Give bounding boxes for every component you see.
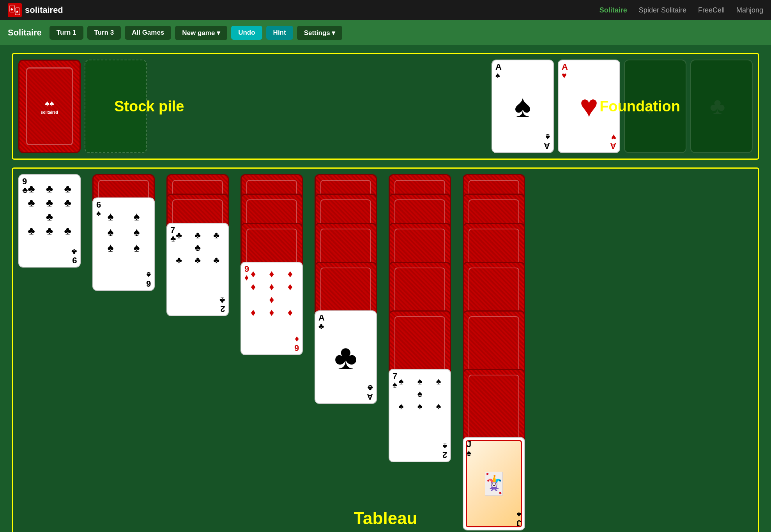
stock-card[interactable]: ♠♠ solitaired <box>18 60 81 153</box>
svg-text:♠: ♠ <box>16 9 19 14</box>
seven-spades-card[interactable]: 7 ♠ ♠♠♠ ♠♠♠ ♠♠♠ 2 ♠ <box>389 369 451 462</box>
tableau: 9 ♣ ♣♣♣ ♣♣♣ ♣♣♣ ♣♣♣ 9 ♣ <box>12 167 759 532</box>
logo-icon: ♠ ♠ <box>8 3 22 17</box>
top-nav: ♠ ♠ solitaired Solitaire Spider Solitair… <box>0 0 771 20</box>
hint-button[interactable]: Hint <box>266 26 293 40</box>
toolbar: Solitaire Turn 1 Turn 3 All Games New ga… <box>0 20 771 45</box>
nine-diamonds-card[interactable]: 9 ♦ ♦♦♦ ♦♦♦ ♦♦♦ ♦♦♦ 6 ♦ <box>240 262 303 355</box>
tableau-col-1: 9 ♣ ♣♣♣ ♣♣♣ ♣♣♣ ♣♣♣ 9 ♣ <box>18 174 85 530</box>
card-rank-tl: A ♠ <box>495 63 502 80</box>
settings-button[interactable]: Settings <box>297 26 343 40</box>
stock-label: Stock pile <box>114 98 184 115</box>
foundation-label: Foundation <box>599 98 680 115</box>
undo-button[interactable]: Undo <box>231 26 262 40</box>
nav-mahjong[interactable]: Mahjong <box>736 6 763 14</box>
svg-text:♠: ♠ <box>11 6 13 12</box>
tableau-col-3: 7 ♣ ♣♣♣ ♣♣♣ ♣♣♣ 2 ♣ <box>166 174 233 530</box>
nav-spider[interactable]: Spider Solitaire <box>639 6 686 14</box>
col5-stack: A ♣ ♣ A ♣ <box>315 174 381 404</box>
toolbar-title: Solitaire <box>8 28 42 38</box>
jack-face: 🃏 <box>466 440 522 527</box>
tableau-col-4: 9 ♦ ♦♦♦ ♦♦♦ ♦♦♦ ♦♦♦ 6 ♦ <box>240 174 307 530</box>
tableau-col-7: J ♠ 🃏 J ♠ <box>463 174 529 530</box>
tableau-label: Tableau <box>354 509 417 528</box>
col3-stack: 7 ♣ ♣♣♣ ♣♣♣ ♣♣♣ 2 ♣ <box>166 174 233 316</box>
nav-freecell[interactable]: FreeCell <box>698 6 725 14</box>
card-rank-tl: A ♥ <box>562 63 568 80</box>
seven-clubs-card[interactable]: 7 ♣ ♣♣♣ ♣♣♣ ♣♣♣ 2 ♣ <box>166 223 229 316</box>
turn3-button[interactable]: Turn 3 <box>87 26 121 40</box>
card-back-design: ♠♠ solitaired <box>26 67 73 145</box>
tableau-col-5: A ♣ ♣ A ♣ <box>315 174 381 530</box>
col7-stack: J ♠ 🃏 J ♠ <box>463 174 529 530</box>
svg-text:♣: ♣ <box>710 93 725 119</box>
nine-clubs-card[interactable]: 9 ♣ ♣♣♣ ♣♣♣ ♣♣♣ ♣♣♣ 9 ♣ <box>18 174 81 268</box>
col6-stack: 7 ♠ ♠♠♠ ♠♠♠ ♠♠♠ 2 ♠ <box>389 174 455 462</box>
col4-stack: 9 ♦ ♦♦♦ ♦♦♦ ♦♦♦ ♦♦♦ 6 ♦ <box>240 174 307 355</box>
logo[interactable]: ♠ ♠ solitaired <box>8 3 63 17</box>
card-rank-br: A ♥ <box>610 133 616 150</box>
nav-solitaire[interactable]: Solitaire <box>599 6 627 14</box>
allgames-button[interactable]: All Games <box>125 26 171 40</box>
newgame-button[interactable]: New game <box>175 26 227 40</box>
spacer <box>155 60 484 153</box>
col2-stack: 6 ♠ ♠♠ ♠♠ ♠♠ 6 ♠ <box>92 174 159 291</box>
top-section: ♠♠ solitaired Stock pile A ♠ ♠ A <box>12 53 759 160</box>
logo-text: solitaired <box>25 5 63 15</box>
turn1-button[interactable]: Turn 1 <box>50 26 83 40</box>
foundation-clubs[interactable]: ♣ <box>690 60 753 153</box>
jack-spades-card[interactable]: J ♠ 🃏 J ♠ <box>463 437 525 530</box>
nav-links: Solitaire Spider Solitaire FreeCell Mahj… <box>599 6 763 14</box>
tableau-col-6: 7 ♠ ♠♠♠ ♠♠♠ ♠♠♠ 2 ♠ <box>389 174 455 530</box>
six-spades-card[interactable]: 6 ♠ ♠♠ ♠♠ ♠♠ 6 ♠ <box>92 197 155 291</box>
tableau-col-2: 6 ♠ ♠♠ ♠♠ ♠♠ 6 ♠ <box>92 174 159 530</box>
card-rank-br: A ♠ <box>544 133 550 150</box>
game-area: ♠♠ solitaired Stock pile A ♠ ♠ A <box>0 45 771 532</box>
ace-clubs-card[interactable]: A ♣ ♣ A ♣ <box>315 310 377 404</box>
tableau-columns: 9 ♣ ♣♣♣ ♣♣♣ ♣♣♣ ♣♣♣ 9 ♣ <box>18 174 753 530</box>
foundation-spades[interactable]: A ♠ ♠ A ♠ <box>492 60 554 153</box>
